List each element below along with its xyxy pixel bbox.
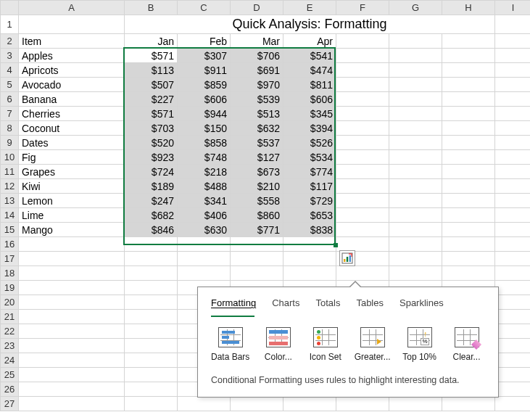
cell[interactable] [231,266,283,281]
cell-value[interactable]: $113 [125,63,178,78]
cell-value[interactable]: $606 [178,92,231,107]
cell-item[interactable]: Lime [19,208,125,223]
cell[interactable] [495,34,531,49]
cell-value[interactable]: $406 [178,208,231,223]
cell[interactable] [495,295,531,310]
cell[interactable] [125,295,178,310]
cell[interactable] [19,295,125,310]
cell-value[interactable]: $774 [283,165,336,179]
option-greater-than[interactable]: Greater... [354,327,391,362]
cell[interactable] [389,223,442,237]
cell[interactable] [19,397,125,411]
row-header[interactable]: 15 [1,223,19,237]
cell[interactable] [389,179,442,194]
cell[interactable] [336,107,389,121]
tab-tables[interactable]: Tables [356,297,384,311]
cell-value[interactable]: $513 [231,107,283,121]
cell[interactable] [389,165,442,179]
col-header[interactable]: D [231,1,283,15]
cell[interactable] [336,194,389,208]
cell-item[interactable]: Apples [19,49,125,63]
cell[interactable] [495,266,531,281]
cell-value[interactable]: $307 [178,49,231,63]
col-header[interactable]: E [283,1,336,15]
cell-value[interactable]: $682 [125,208,178,223]
cell[interactable] [283,266,336,281]
option-top-10-percent[interactable]: ↑% Top 10% [401,327,438,362]
cell[interactable] [442,252,495,266]
row-header[interactable]: 21 [1,310,19,324]
cell[interactable] [442,107,495,121]
select-all-corner[interactable] [1,1,19,15]
cell[interactable] [495,223,531,237]
cell-value[interactable]: $150 [178,121,231,136]
cell[interactable] [19,310,125,324]
row-header[interactable]: 17 [1,252,19,266]
row-header[interactable]: 24 [1,353,19,368]
cell[interactable] [125,281,178,295]
cell[interactable] [336,34,389,49]
col-header[interactable]: A [19,1,125,15]
cell[interactable] [336,49,389,63]
cell[interactable] [442,78,495,92]
cell[interactable] [442,266,495,281]
cell[interactable] [495,121,531,136]
cell-value[interactable]: $117 [283,179,336,194]
cell[interactable] [336,63,389,78]
cell[interactable] [19,15,125,34]
cell-value[interactable]: $507 [125,78,178,92]
cell-value[interactable]: $771 [231,223,283,237]
cell[interactable] [495,237,531,252]
row-header[interactable]: 14 [1,208,19,223]
cell[interactable] [336,121,389,136]
cell-value[interactable]: $706 [231,49,283,63]
row-header[interactable]: 2 [1,34,19,49]
cell[interactable] [125,252,178,266]
cell[interactable] [19,339,125,353]
cell-value[interactable]: $630 [178,223,231,237]
cell[interactable] [495,15,531,34]
row-header[interactable]: 3 [1,49,19,63]
cell-value[interactable]: $341 [178,194,231,208]
cell-value[interactable]: $729 [283,194,336,208]
col-header[interactable]: H [442,1,495,15]
page-title[interactable]: Quick Analysis: Formatting [125,15,495,34]
cell[interactable] [19,353,125,368]
cell-value[interactable]: $474 [283,63,336,78]
col-header[interactable]: G [389,1,442,15]
header-month[interactable]: Apr [283,34,336,49]
option-icon-set[interactable]: Icon Set [307,327,344,362]
cell[interactable] [283,252,336,266]
tab-totals[interactable]: Totals [315,297,340,311]
cell[interactable] [495,310,531,324]
cell-item[interactable]: Mango [19,223,125,237]
cell-value[interactable]: $541 [283,49,336,63]
cell-item[interactable]: Lemon [19,194,125,208]
cell-value[interactable]: $189 [125,179,178,194]
cell[interactable] [19,266,125,281]
cell-value[interactable]: $520 [125,136,178,150]
row-header[interactable]: 9 [1,136,19,150]
header-month[interactable]: Jan [125,34,178,49]
cell[interactable] [231,237,283,252]
col-header[interactable]: I [495,1,531,15]
tab-charts[interactable]: Charts [272,297,299,311]
cell[interactable] [442,165,495,179]
cell-item[interactable]: Cherries [19,107,125,121]
cell-value[interactable]: $944 [178,107,231,121]
cell[interactable] [125,397,178,411]
cell[interactable] [389,92,442,107]
cell[interactable] [125,310,178,324]
cell[interactable] [442,92,495,107]
cell[interactable] [336,136,389,150]
cell[interactable] [389,107,442,121]
cell[interactable] [19,382,125,397]
cell[interactable] [19,281,125,295]
cell-value[interactable]: $748 [178,150,231,165]
cell-value[interactable]: $859 [178,78,231,92]
cell[interactable] [125,368,178,382]
cell[interactable] [495,208,531,223]
cell[interactable] [336,266,389,281]
cell[interactable] [495,194,531,208]
cell[interactable] [495,397,531,411]
